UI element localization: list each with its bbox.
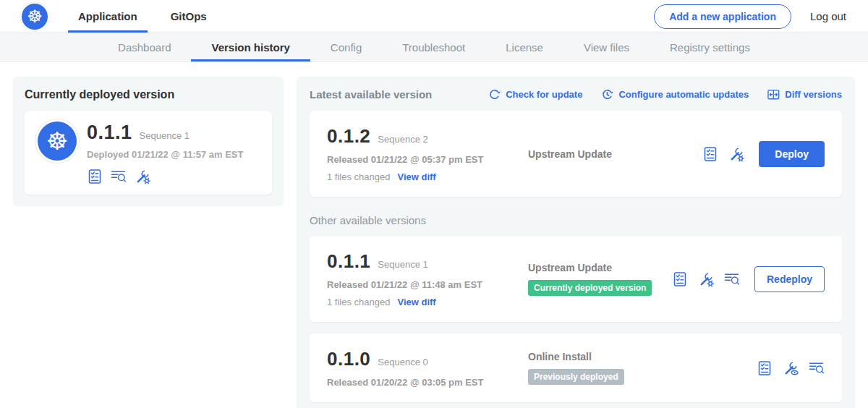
configure-automatic-updates-label: Configure automatic updates <box>618 89 749 100</box>
check-for-update-label: Check for update <box>506 89 582 100</box>
tab-application[interactable]: Application <box>68 0 148 33</box>
subtab-config[interactable]: Config <box>310 33 382 61</box>
sequence-label: Sequence 0 <box>378 357 427 367</box>
version-card-0-1-0: 0.1.0 Sequence 0 Released 01/20/22 @ 03:… <box>310 333 842 402</box>
config-checklist-icon[interactable] <box>87 169 103 184</box>
released-timestamp: Released 01/21/22 @ 05:37 pm EST <box>327 154 521 165</box>
configure-automatic-updates-link[interactable]: Configure automatic updates <box>601 88 749 101</box>
previously-deployed-badge: Previously deployed <box>528 369 624 385</box>
version-number: 0.1.1 <box>327 250 370 273</box>
version-source: Upstream Update <box>528 148 695 160</box>
deployed-version-card: ☸ 0.1.1 Sequence 1 Deployed 01/21/22 @ 1… <box>25 111 272 195</box>
config-checklist-icon[interactable] <box>757 360 773 376</box>
view-diff-link[interactable]: View diff <box>397 297 435 307</box>
deployed-timestamp: Deployed 01/21/22 @ 11:57 am EST <box>87 149 243 160</box>
sequence-label: Sequence 1 <box>378 259 427 270</box>
subtab-version-history[interactable]: Version history <box>191 33 310 61</box>
view-logs-icon[interactable] <box>111 169 127 184</box>
version-card-0-1-2: 0.1.2 Sequence 2 Released 01/21/22 @ 05:… <box>310 111 842 197</box>
config-checklist-icon[interactable] <box>672 271 688 287</box>
version-source: Online Install <box>528 351 749 362</box>
subtab-dashboard[interactable]: Dashboard <box>98 33 191 61</box>
deployed-version-number: 0.1.1 <box>87 122 132 144</box>
app-icon: ☸ <box>38 122 77 161</box>
app-header: ☸ Application GitOps Add a new applicati… <box>0 0 868 33</box>
subtab-license[interactable]: License <box>485 33 563 61</box>
sequence-label: Sequence 2 <box>378 134 427 145</box>
add-application-button[interactable]: Add a new application <box>654 4 791 29</box>
currently-deployed-badge: Currently deployed version <box>528 280 652 296</box>
config-checklist-icon[interactable] <box>702 146 718 162</box>
files-changed-label: 1 files changed <box>327 297 390 307</box>
diff-versions-label: Diff versions <box>785 89 842 100</box>
refresh-icon <box>488 88 501 101</box>
version-history-panel: Latest available version Check for updat… <box>297 77 855 408</box>
main-content: Currently deployed version ☸ 0.1.1 Seque… <box>0 62 868 408</box>
app-subnav: Dashboard Version history Config Trouble… <box>0 33 868 62</box>
edit-config-icon[interactable] <box>698 271 714 287</box>
logout-button[interactable]: Log out <box>810 10 846 22</box>
schedule-update-icon <box>601 88 613 101</box>
released-timestamp: Released 01/20/22 @ 03:05 pm EST <box>327 377 521 388</box>
check-for-update-link[interactable]: Check for update <box>488 88 582 101</box>
view-logs-icon[interactable] <box>809 360 825 376</box>
subtab-view-files[interactable]: View files <box>563 33 650 61</box>
diff-icon <box>767 88 780 101</box>
kubernetes-logo-icon: ☸ <box>22 4 48 30</box>
version-card-0-1-1: 0.1.1 Sequence 1 Released 01/21/22 @ 11:… <box>310 236 842 322</box>
tab-gitops[interactable]: GitOps <box>161 0 217 33</box>
version-number: 0.1.2 <box>327 125 370 148</box>
edit-config-icon[interactable] <box>728 146 744 162</box>
latest-version-title: Latest available version <box>310 88 432 101</box>
redeploy-button[interactable]: Redeploy <box>754 266 825 292</box>
other-versions-title: Other available versions <box>310 214 842 226</box>
deploy-button[interactable]: Deploy <box>759 141 825 167</box>
subtab-troubleshoot[interactable]: Troubleshoot <box>382 33 485 61</box>
version-source: Upstream Update <box>528 262 665 273</box>
released-timestamp: Released 01/21/22 @ 11:48 am EST <box>327 279 521 290</box>
primary-nav: Application GitOps <box>68 0 230 33</box>
deployed-panel-title: Currently deployed version <box>25 88 272 101</box>
diff-versions-link[interactable]: Diff versions <box>767 88 842 101</box>
files-changed-label: 1 files changed <box>327 171 390 182</box>
subtab-registry-settings[interactable]: Registry settings <box>650 33 770 61</box>
version-number: 0.1.0 <box>327 348 370 370</box>
header-actions: Add a new application Log out <box>654 0 846 33</box>
view-diff-link[interactable]: View diff <box>397 171 435 182</box>
view-config-icon[interactable] <box>783 360 799 376</box>
edit-config-icon[interactable] <box>135 169 150 184</box>
view-logs-icon[interactable] <box>724 271 740 287</box>
deployed-sequence-label: Sequence 1 <box>140 130 190 141</box>
currently-deployed-panel: Currently deployed version ☸ 0.1.1 Seque… <box>13 77 284 206</box>
